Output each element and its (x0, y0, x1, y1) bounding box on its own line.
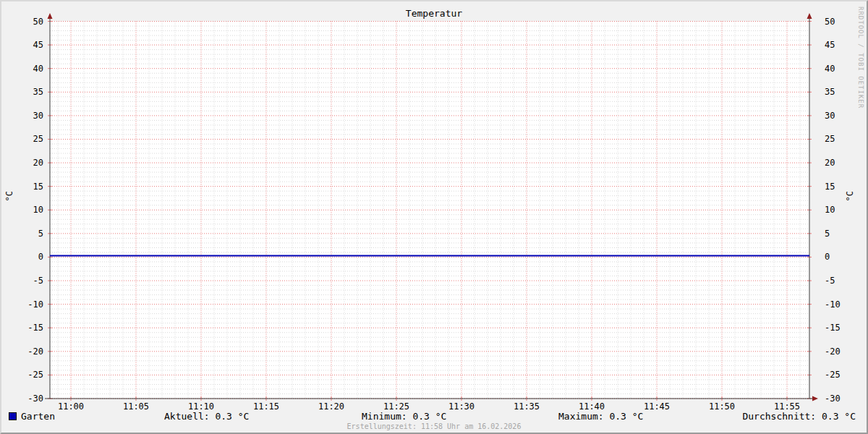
chart-title: Temperatur (1, 8, 867, 19)
y-tick-label-left: 0 (38, 252, 43, 262)
legend-row: Garten Aktuell: 0.3 °C Minimum: 0.3 °C M… (1, 411, 867, 422)
y-tick-label-right: 20 (825, 158, 835, 168)
y-tick-label-right: 45 (825, 40, 835, 50)
temperature-chart-canvas: 5050454540403535303025252020151510105500… (1, 1, 868, 434)
y-tick-label-right: -10 (825, 299, 841, 310)
y-tick-label-left: -25 (27, 370, 43, 380)
stat-aktuell: Aktuell: 0.3 °C (164, 411, 249, 422)
rrdtool-watermark: RRDTOOL / TOBI OETIKER (857, 7, 864, 109)
y-tick-label-left: 15 (33, 182, 43, 192)
y-tick-label-right: 35 (825, 87, 835, 97)
y-tick-label-right: 10 (825, 205, 835, 215)
y-tick-label-right: 40 (825, 64, 835, 74)
y-tick-label-right: -25 (825, 370, 841, 380)
x-tick-label: 11:20 (318, 401, 344, 412)
x-tick-label: 11:25 (383, 401, 409, 412)
x-tick-label: 11:35 (514, 401, 540, 412)
creation-time-footer: Erstellungszeit: 11:58 Uhr am 16.02.2026 (1, 422, 867, 430)
stat-minimum: Minimum: 0.3 °C (362, 411, 446, 422)
stat-durchschnitt: Durchschnitt: 0.3 °C (742, 411, 856, 422)
y-tick-label-right: 30 (825, 111, 835, 121)
y-tick-label-left: -30 (27, 393, 43, 404)
series-color-swatch (9, 412, 17, 420)
y-tick-label-right: 0 (825, 252, 830, 262)
y-tick-label-left: 45 (33, 40, 43, 50)
y-tick-label-left: -10 (27, 299, 43, 310)
x-tick-label: 11:50 (709, 401, 735, 412)
y-axis-unit-right: °C (845, 191, 855, 201)
rrdtool-graph: 5050454540403535303025252020151510105500… (0, 0, 868, 434)
x-tick-label: 11:00 (58, 401, 84, 412)
y-tick-label-left: 40 (33, 64, 43, 74)
x-tick-label: 11:45 (644, 401, 670, 412)
y-tick-label-left: 30 (33, 111, 43, 121)
y-tick-label-right: 5 (825, 229, 830, 239)
y-tick-label-left: 10 (33, 205, 43, 215)
stat-maximum: Maximum: 0.3 °C (558, 411, 643, 422)
x-tick-label: 11:15 (253, 401, 279, 412)
y-tick-label-left: 25 (33, 134, 43, 144)
y-tick-label-left: -15 (27, 323, 43, 333)
y-axis-unit-left: °C (4, 191, 14, 201)
y-tick-label-left: 20 (33, 158, 43, 168)
y-tick-label-right: 15 (825, 182, 835, 192)
series-label: Garten (21, 411, 55, 422)
x-axis-arrow (812, 396, 818, 401)
y-tick-label-right: -30 (825, 393, 841, 404)
y-tick-label-left: 5 (38, 229, 43, 239)
y-tick-label-right: 25 (825, 134, 835, 144)
y-tick-label-right: -5 (825, 276, 835, 286)
y-tick-label-left: -5 (33, 276, 43, 286)
y-tick-label-left: -20 (27, 346, 43, 357)
y-tick-label-left: 35 (33, 87, 43, 97)
x-tick-label: 11:30 (448, 401, 475, 412)
x-tick-label: 11:10 (188, 401, 214, 412)
x-tick-label: 11:55 (774, 401, 800, 412)
y-tick-label-right: -15 (825, 323, 841, 333)
y-tick-label-right: -20 (825, 346, 841, 357)
x-tick-label: 11:05 (123, 401, 149, 412)
x-tick-label: 11:40 (579, 401, 605, 412)
